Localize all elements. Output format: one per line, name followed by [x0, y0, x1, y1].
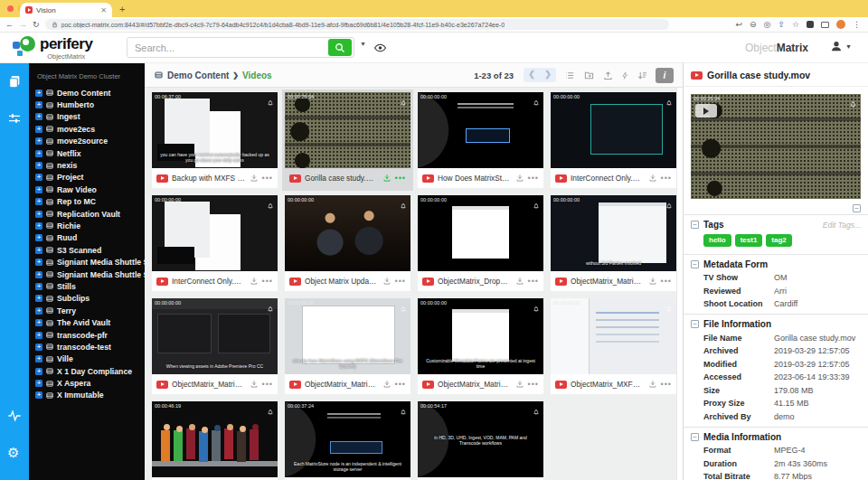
sort-icon[interactable]	[637, 71, 647, 80]
asset-thumbnail[interactable]: 00:00:00:00	[418, 195, 543, 271]
download-icon[interactable]	[648, 174, 657, 183]
more-actions-icon[interactable]: •••	[528, 381, 539, 389]
download-icon[interactable]	[250, 174, 259, 183]
asset-card[interactable]: 00:06:37:00 you can have your content au…	[152, 92, 278, 188]
asset-card[interactable]: 00:00:00:00 When viewing assets in Adobe…	[152, 298, 278, 394]
asset-card[interactable]: 00:00:00:00 without 3rd Parties involved…	[551, 195, 676, 291]
asset-card[interactable]: 00:00:00:00 InterConnect Only.mov •••	[551, 92, 676, 188]
expand-icon[interactable]: +	[35, 101, 42, 108]
expand-icon[interactable]: +	[35, 283, 42, 290]
play-button[interactable]	[695, 104, 717, 118]
tag-chip[interactable]: test1	[735, 234, 763, 247]
sidebar-item-ville[interactable]: +Ville	[35, 353, 145, 365]
expand-icon[interactable]: +	[35, 368, 42, 375]
expand-icon[interactable]: +	[35, 211, 42, 218]
tag-chip[interactable]: hello	[703, 234, 731, 247]
expand-icon[interactable]: +	[35, 198, 42, 205]
sidebar-item-signiant-media-shuttle-submit[interactable]: +Signiant Media Shuttle Submit	[35, 268, 145, 280]
expand-icon[interactable]: +	[35, 174, 42, 181]
asset-card[interactable]: 00:00:00:00 directly from MatrixStore us…	[285, 298, 410, 394]
expand-icon[interactable]: +	[35, 355, 42, 362]
sidebar-item-demo-content[interactable]: +Demo Content	[35, 87, 145, 99]
asset-thumbnail[interactable]: 00:00:00:00 When viewing assets in Adobe…	[152, 298, 278, 374]
browser-tab[interactable]: Vision ✕	[20, 3, 112, 17]
expand-icon[interactable]: +	[35, 162, 42, 169]
new-tab-button[interactable]: +	[119, 4, 125, 14]
bell-icon[interactable]	[533, 95, 540, 111]
asset-card[interactable]: 00:00:00:00 Object Matrix Updates at NA.…	[285, 195, 410, 291]
user-menu[interactable]: ▼	[830, 40, 852, 52]
close-window-button[interactable]	[7, 5, 14, 12]
zoom-icon[interactable]: ⊖	[750, 21, 757, 29]
share-icon[interactable]: ⇧	[778, 21, 785, 29]
sidebar-item-humberto[interactable]: +Humberto	[35, 99, 145, 110]
sidebar-item-transcode-pfr[interactable]: +transcode-pfr	[35, 329, 145, 341]
collapse-metadata-icon[interactable]: −	[691, 260, 699, 268]
tab-close-icon[interactable]: ✕	[100, 6, 107, 14]
more-actions-icon[interactable]: •••	[528, 174, 539, 183]
prev-page-icon[interactable]: ❮	[524, 68, 540, 82]
bell-icon[interactable]	[400, 198, 407, 214]
more-actions-icon[interactable]: •••	[661, 381, 672, 389]
expand-icon[interactable]: +	[35, 247, 42, 254]
sidebar-item-netflix[interactable]: +Netflix	[35, 147, 145, 159]
bell-icon[interactable]	[665, 198, 673, 214]
sidebar-item-move2source[interactable]: +move2source	[35, 136, 145, 147]
expand-icon[interactable]: +	[35, 222, 42, 230]
sidebar-item-the-avid-vault[interactable]: +The Avid Vault	[35, 316, 145, 328]
sidebar-item-x-aspera[interactable]: +X Aspera	[35, 377, 145, 389]
upload-icon[interactable]	[603, 71, 613, 80]
expand-icon[interactable]: +	[35, 234, 42, 241]
more-actions-icon[interactable]: •••	[661, 278, 672, 286]
search-options-caret-icon[interactable]: ▼	[360, 41, 366, 47]
filters-icon[interactable]	[7, 111, 22, 129]
download-icon[interactable]	[648, 277, 657, 286]
more-actions-icon[interactable]: •••	[661, 174, 672, 183]
sidebar-item-s3-scanned[interactable]: +S3 Scanned	[35, 244, 145, 256]
expand-icon[interactable]: +	[35, 319, 42, 326]
sidebar-item-ingest[interactable]: +Ingest	[35, 111, 145, 123]
bell-icon[interactable]	[849, 97, 857, 113]
bell-icon[interactable]	[400, 301, 407, 317]
asset-thumbnail[interactable]: 00:00:00:00 directly from MatrixStore us…	[285, 298, 410, 374]
more-actions-icon[interactable]: •••	[262, 174, 273, 183]
expand-icon[interactable]: +	[35, 126, 42, 133]
sidebar-item-stills[interactable]: +Stills	[35, 280, 145, 292]
bell-icon[interactable]	[665, 95, 673, 111]
send-to-device-icon[interactable]: ↩	[735, 21, 742, 29]
sidebar-item-nexis[interactable]: +nexis	[35, 159, 145, 171]
sidebar-item-x-immutable[interactable]: +X Immutable	[35, 390, 145, 401]
asset-thumbnail[interactable]: 00:00:00:00	[418, 92, 543, 168]
asset-card[interactable]: 00:00:00:00 ObjectMatrix_DropSpot_dem...…	[418, 195, 543, 291]
asset-card[interactable]: 00:00:00:00 How Does MatrixStore Scale..…	[418, 92, 543, 188]
sidebar-item-rep-to-mc[interactable]: +Rep to MC	[35, 196, 145, 208]
sidebar-item-richie[interactable]: +Richie	[35, 220, 145, 231]
expand-icon[interactable]: +	[35, 332, 42, 339]
sidebar-item-project[interactable]: +Project	[35, 172, 145, 184]
sidebar-item-transcode-test[interactable]: +transcode-test	[35, 341, 145, 353]
expand-icon[interactable]: +	[35, 344, 42, 351]
more-actions-icon[interactable]: •••	[262, 381, 273, 389]
asset-thumbnail[interactable]: 00:00:46:19	[152, 401, 278, 477]
asset-thumbnail[interactable]: 00:00:00:00	[285, 195, 410, 271]
bell-icon[interactable]	[267, 301, 274, 317]
asset-card[interactable]: 00:00:26:04 Gorilla case study.mov •••	[285, 92, 410, 188]
breadcrumb-current[interactable]: Videos	[242, 71, 272, 80]
download-icon[interactable]	[250, 277, 259, 286]
expand-icon[interactable]: +	[35, 89, 42, 97]
bell-icon[interactable]	[267, 404, 274, 420]
move-to-folder-icon[interactable]	[583, 71, 595, 80]
settings-gear-icon[interactable]: ⚙	[7, 445, 19, 461]
download-icon[interactable]	[515, 277, 524, 286]
expand-icon[interactable]: +	[35, 186, 42, 193]
search-input[interactable]	[127, 42, 328, 53]
download-icon[interactable]	[648, 380, 657, 389]
bell-icon[interactable]	[533, 301, 540, 317]
download-icon[interactable]	[382, 277, 392, 286]
more-actions-icon[interactable]: •••	[395, 174, 406, 183]
download-icon[interactable]	[250, 380, 259, 389]
asset-thumbnail[interactable]: 00:00:54:17 in HD, 3D, UHD, Ingest, VOD,…	[418, 401, 543, 477]
refresh-icon[interactable]: ↻	[33, 20, 40, 29]
back-icon[interactable]: ←	[5, 20, 14, 29]
sidebar-item-subclips[interactable]: +Subclips	[35, 293, 145, 305]
